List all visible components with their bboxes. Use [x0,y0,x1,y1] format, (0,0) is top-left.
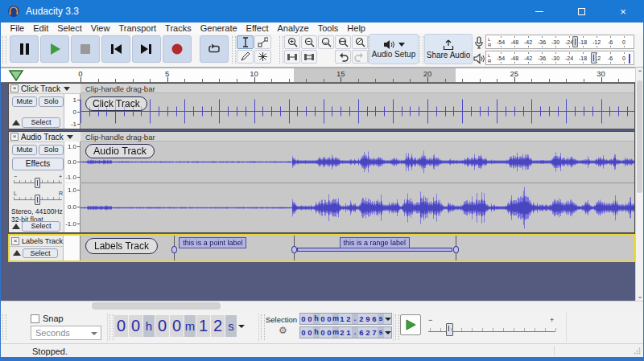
time-format-dropdown-icon[interactable] [384,327,392,338]
multi-tool-button[interactable] [254,50,271,64]
silence-audio-button[interactable] [301,50,317,64]
snap-checkbox[interactable] [31,314,39,323]
time-digit[interactable]: 0 [170,315,184,337]
clip-handle[interactable]: Clip-handle drag-bar [80,84,634,93]
toolbar-grip[interactable] [2,314,6,340]
menu-help[interactable]: Help [343,23,370,34]
menu-transport[interactable]: Transport [114,23,161,34]
close-track-icon[interactable]: × [10,133,19,141]
menu-view[interactable]: View [86,23,114,34]
toolbar-grip[interactable] [2,36,6,64]
effects-button[interactable]: Effects [12,158,64,170]
clip-handle[interactable]: Clip-handle drag-bar [80,132,634,142]
time-format-dropdown-icon[interactable] [237,315,246,337]
time-unit[interactable]: m [332,314,339,324]
menu-file[interactable]: File [6,23,29,34]
menu-select[interactable]: Select [53,23,87,34]
loop-button[interactable] [200,35,229,63]
time-digit[interactable]: 1 [196,315,210,337]
selection-settings-gear-icon[interactable]: ⚙ [279,325,287,336]
mute-button[interactable]: Mute [12,145,37,155]
fit-project-button[interactable] [335,35,351,49]
clip-name[interactable]: Click Track [85,96,147,111]
play-button[interactable] [40,35,69,63]
selection-start-time[interactable]: 00h00m12.296s [299,313,392,325]
collapse-track-icon[interactable] [12,120,20,125]
time-digit[interactable]: 0 [326,327,332,338]
track-menu-icon[interactable] [67,135,73,139]
labels-area[interactable]: Labels Track this is a point labelthis i… [80,236,634,260]
menu-analyze[interactable]: Analyze [273,23,313,34]
labels-track-name[interactable]: Labels Track [85,238,158,254]
time-digit[interactable]: 2 [339,327,345,338]
time-digit[interactable]: 6 [371,314,378,324]
playback-meter[interactable]: LR-54-48-42-36-30-24-18-12-60 [485,51,634,65]
toolbar-grip[interactable] [232,36,236,64]
trim-audio-button[interactable] [284,50,300,64]
time-digit[interactable]: 0 [320,314,326,324]
audio-setup-button[interactable]: Audio Setup [369,34,419,64]
menu-effect[interactable]: Effect [242,23,273,34]
close-track-icon[interactable]: × [10,84,19,92]
label-marker[interactable] [453,246,459,253]
track-title[interactable]: Click Track [21,84,60,93]
time-digit[interactable]: 6 [358,327,365,338]
stop-button[interactable] [71,35,100,63]
zoom-in-button[interactable] [284,35,300,49]
select-track-button[interactable]: Select [23,248,58,258]
snap-unit-dropdown[interactable]: Seconds [31,326,101,340]
time-digit[interactable]: 2 [345,314,352,324]
time-digit[interactable]: 1 [345,327,352,338]
track-menu-icon[interactable] [64,87,70,91]
time-digit[interactable]: 0 [307,327,313,338]
recording-meter[interactable]: LR-54-48-42-36-30-24-18-12-60 [485,35,634,49]
collapse-track-icon[interactable] [12,224,20,229]
time-digit[interactable]: 0 [307,314,313,324]
point-label[interactable]: this is a point label [179,237,246,248]
track-title[interactable]: Labels Track [22,237,63,245]
time-unit[interactable]: h [313,327,320,338]
toolbar-grip[interactable] [109,314,114,340]
time-unit[interactable]: . [352,327,358,338]
zoom-toggle-button[interactable] [352,35,368,49]
vertical-scroll-thumb[interactable] [637,80,642,193]
time-digit[interactable]: 1 [339,314,345,324]
play-at-speed-button[interactable] [400,314,421,335]
time-digit[interactable]: 0 [129,315,142,337]
maximize-button[interactable] [565,0,597,23]
zoom-out-button[interactable] [301,35,317,49]
select-track-button[interactable]: Select [22,221,60,232]
toolbar-grip[interactable] [279,36,283,64]
range-label[interactable]: this is a range label [340,237,411,248]
playback-volume-slider-thumb[interactable] [591,52,597,64]
play-position-pin-icon[interactable] [8,70,24,81]
draw-tool-button[interactable] [237,50,254,64]
skip-end-button[interactable] [132,35,161,63]
close-button[interactable]: × [607,0,639,23]
time-unit[interactable]: h [143,315,155,337]
horizontal-scroll-thumb[interactable] [92,302,221,310]
time-digit[interactable]: 0 [300,314,307,324]
track-title[interactable]: Audio Track [21,133,64,142]
time-digit[interactable]: 7 [371,327,378,338]
pause-button[interactable] [10,35,39,63]
vertical-ruler[interactable]: 1.00.0-1.0 [64,142,80,183]
vertical-ruler[interactable]: 10-1 [64,94,80,129]
time-digit[interactable]: 0 [114,315,128,337]
time-format-dropdown-icon[interactable] [384,314,392,324]
time-digit[interactable]: 2 [211,315,225,337]
audio-position-time[interactable]: 00h00m12s [114,315,246,337]
label-marker[interactable] [291,246,297,253]
vertical-ruler[interactable]: 1.00.0-1.0 [64,183,80,232]
label-marker[interactable] [171,246,177,253]
resize-grip-icon[interactable] [634,347,641,355]
selection-tool-button[interactable] [237,35,254,49]
time-digit[interactable]: 0 [300,327,307,338]
solo-button[interactable]: Solo [39,145,64,155]
audio-channel-right[interactable] [80,183,634,232]
mute-button[interactable]: Mute [12,96,37,107]
time-unit[interactable]: m [184,315,196,337]
toolbar-grip[interactable] [395,314,399,340]
time-digit[interactable]: 2 [358,314,365,324]
record-button[interactable] [163,35,192,63]
